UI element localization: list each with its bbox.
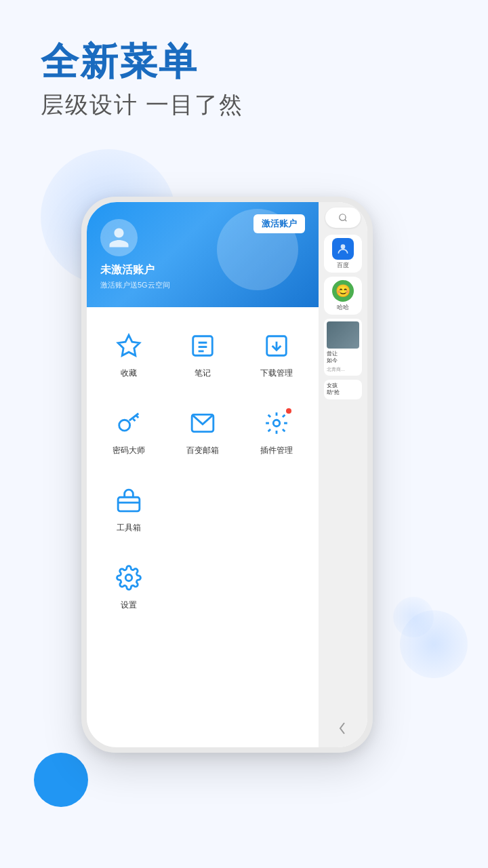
password-label: 密码大师 (113, 445, 145, 456)
news-source-1: 北青商... (327, 366, 359, 373)
phone-screen: 激活账户 未激活账户 激活账户送5G云空间 (87, 202, 367, 747)
chevron-left-icon (339, 722, 347, 735)
mail-icon (190, 410, 216, 436)
settings-label: 设置 (121, 599, 137, 611)
email-icon-wrapper (186, 407, 219, 439)
menu-item-password[interactable]: 密码大师 (94, 395, 164, 469)
news-image-1 (327, 321, 359, 349)
svg-point-7 (119, 420, 130, 431)
menu-item-email[interactable]: 百变邮箱 (167, 395, 238, 469)
news-card-1[interactable]: 曾让如今 北青商... (324, 319, 362, 376)
menu-item-download[interactable]: 下载管理 (241, 317, 312, 391)
svg-point-15 (125, 574, 132, 581)
haha-emoji: 😊 (336, 283, 350, 298)
side-search-button[interactable] (325, 208, 361, 228)
favorites-label: 收藏 (121, 368, 137, 379)
side-tab-baidu[interactable]: 百度 (324, 235, 362, 273)
page-subtitle: 层级设计 一目了然 (41, 90, 243, 121)
svg-line-9 (136, 416, 138, 418)
haha-tab-label: 哈哈 (337, 303, 349, 312)
svg-line-10 (133, 419, 135, 421)
svg-rect-13 (118, 497, 140, 511)
star-icon (116, 333, 142, 359)
page-title: 全新菜单 (41, 41, 243, 83)
favorites-icon-wrapper (113, 330, 145, 362)
news-text-2: 女孩助"抢 (327, 382, 359, 397)
download-icon (264, 333, 289, 359)
notes-icon-wrapper (186, 330, 219, 362)
avatar (100, 219, 138, 256)
plugins-label: 插件管理 (260, 445, 293, 456)
download-label: 下载管理 (260, 368, 293, 379)
user-header: 激活账户 未激活账户 激活账户送5G云空间 (87, 202, 319, 307)
bg-decoration-blue (34, 753, 88, 807)
svg-point-18 (341, 244, 346, 249)
menu-panel: 激活账户 未激活账户 激活账户送5G云空间 (87, 202, 319, 747)
email-label: 百变邮箱 (186, 445, 219, 456)
bg-decoration-right2 (393, 597, 434, 637)
search-icon (338, 213, 348, 222)
header-section: 全新菜单 层级设计 一目了然 (41, 41, 243, 121)
news-text-1: 曾让如今 (327, 351, 359, 365)
settings-icon-wrapper (113, 561, 145, 594)
note-icon (190, 333, 216, 359)
svg-line-17 (345, 220, 347, 222)
toolbox-icon (116, 488, 142, 513)
plugin-icon (264, 410, 289, 436)
phone-mockup: 激活账户 未激活账户 激活账户送5G云空间 (81, 197, 373, 753)
haha-avatar: 😊 (332, 280, 354, 302)
menu-item-toolbox[interactable]: 工具箱 (94, 472, 164, 546)
key-icon (116, 410, 142, 436)
side-tab-haha[interactable]: 😊 哈哈 (324, 277, 362, 315)
news-card-2[interactable]: 女孩助"抢 (324, 380, 362, 399)
menu-item-settings[interactable]: 设置 (94, 549, 164, 623)
menu-item-notes[interactable]: 笔记 (167, 317, 238, 391)
plugins-icon-wrapper (260, 407, 293, 439)
svg-marker-0 (118, 335, 140, 355)
svg-point-12 (273, 420, 280, 427)
side-panel: 百度 😊 哈哈 曾让如今 北青商... 女孩助"抢 (319, 202, 367, 747)
notes-label: 笔记 (195, 368, 211, 379)
activate-account-button[interactable]: 激活账户 (253, 214, 305, 233)
menu-grid: 收藏 笔记 (87, 307, 319, 747)
toolbox-label: 工具箱 (117, 522, 141, 534)
download-icon-wrapper (260, 330, 293, 362)
user-icon (107, 226, 131, 250)
baidu-tab-label: 百度 (337, 261, 349, 270)
phone-outer-shell: 激活账户 未激活账户 激活账户送5G云空间 (81, 197, 373, 753)
password-icon-wrapper (113, 407, 145, 439)
user-tab-icon (336, 242, 350, 256)
menu-item-favorites[interactable]: 收藏 (94, 317, 164, 391)
svg-rect-1 (193, 336, 213, 356)
settings-icon (116, 565, 142, 591)
svg-point-16 (340, 214, 346, 220)
toolbox-icon-wrapper (113, 484, 145, 517)
plugin-badge (286, 408, 291, 414)
menu-item-plugins[interactable]: 插件管理 (241, 395, 312, 469)
side-chevron[interactable] (336, 715, 350, 742)
baidu-avatar (332, 238, 354, 260)
